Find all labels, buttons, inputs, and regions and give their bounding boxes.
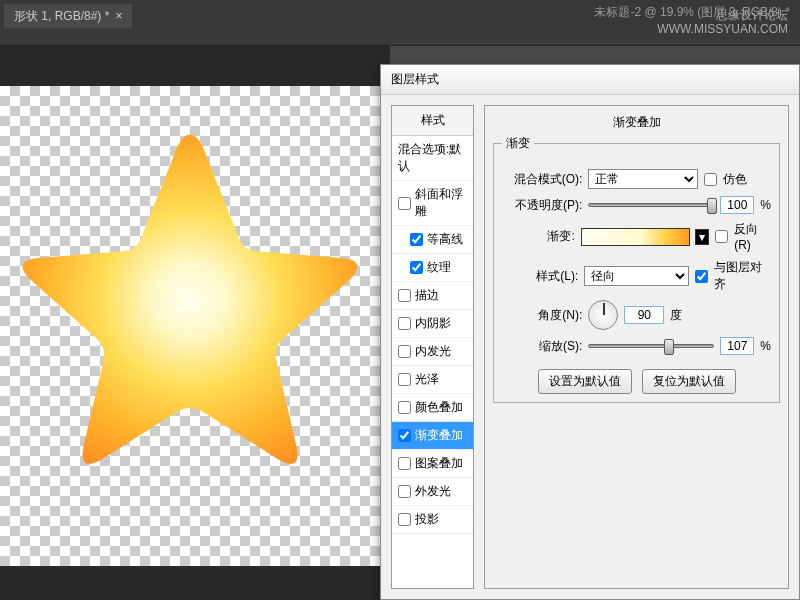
- star-shape: [0, 106, 380, 486]
- style-inner-glow[interactable]: 内发光: [392, 338, 473, 366]
- checkbox[interactable]: [398, 513, 411, 526]
- checkbox[interactable]: [398, 457, 411, 470]
- style-blend-options[interactable]: 混合选项:默认: [392, 136, 473, 181]
- blend-mode-select[interactable]: 正常: [588, 169, 698, 189]
- dialog-titlebar[interactable]: 图层样式: [381, 65, 799, 95]
- style-outer-glow[interactable]: 外发光: [392, 478, 473, 506]
- style-pattern-overlay[interactable]: 图案叠加: [392, 450, 473, 478]
- opacity-slider[interactable]: [588, 203, 714, 207]
- checkbox[interactable]: [398, 373, 411, 386]
- style-list: 样式 混合选项:默认 斜面和浮雕 等高线 纹理 描边 内阴影 内发光 光泽 颜色…: [391, 105, 474, 589]
- layer-style-dialog: 图层样式 样式 混合选项:默认 斜面和浮雕 等高线 纹理 描边 内阴影 内发光 …: [380, 64, 800, 600]
- checkbox[interactable]: [410, 233, 423, 246]
- reset-default-button[interactable]: 复位为默认值: [642, 369, 736, 394]
- reverse-label: 反向(R): [734, 221, 771, 252]
- style-stroke[interactable]: 描边: [392, 282, 473, 310]
- dither-checkbox[interactable]: [704, 173, 717, 186]
- canvas-area: [0, 46, 390, 600]
- watermark-line2: WWW.MISSYUAN.COM: [657, 22, 788, 36]
- style-satin[interactable]: 光泽: [392, 366, 473, 394]
- percent-label: %: [760, 339, 771, 353]
- reverse-checkbox[interactable]: [715, 230, 728, 243]
- gradient-fieldset: 渐变 混合模式(O): 正常 仿色 不透明度(P): % 渐变: ▾ 反向(R)…: [493, 135, 780, 403]
- set-default-button[interactable]: 设置为默认值: [538, 369, 632, 394]
- percent-label: %: [760, 198, 771, 212]
- style-gradient-overlay[interactable]: 渐变叠加: [392, 422, 473, 450]
- style-color-overlay[interactable]: 颜色叠加: [392, 394, 473, 422]
- opacity-label: 不透明度(P):: [502, 197, 582, 214]
- checkbox[interactable]: [410, 261, 423, 274]
- checkbox[interactable]: [398, 401, 411, 414]
- style-bevel[interactable]: 斜面和浮雕: [392, 181, 473, 226]
- close-icon[interactable]: ×: [115, 9, 122, 23]
- document-tab-1[interactable]: 形状 1, RGB/8#) * ×: [4, 4, 132, 28]
- checkbox[interactable]: [398, 345, 411, 358]
- checkbox[interactable]: [398, 289, 411, 302]
- watermark-line1: 思缘设计论坛: [657, 8, 788, 22]
- dialog-title: 图层样式: [391, 71, 439, 88]
- angle-dial[interactable]: [588, 300, 618, 330]
- canvas[interactable]: [0, 86, 390, 566]
- style-label: 样式(L):: [502, 268, 578, 285]
- gradient-label: 渐变:: [502, 228, 574, 245]
- settings-panel: 渐变叠加 渐变 混合模式(O): 正常 仿色 不透明度(P): % 渐变: ▾ …: [484, 105, 789, 589]
- checkbox[interactable]: [398, 485, 411, 498]
- style-texture[interactable]: 纹理: [392, 254, 473, 282]
- fieldset-legend: 渐变: [502, 135, 534, 152]
- scale-label: 缩放(S):: [502, 338, 582, 355]
- gradient-preview[interactable]: [581, 228, 690, 246]
- gradient-dropdown-icon[interactable]: ▾: [695, 229, 710, 245]
- align-checkbox[interactable]: [695, 270, 708, 283]
- scale-input[interactable]: [720, 337, 754, 355]
- blend-mode-label: 混合模式(O):: [502, 171, 582, 188]
- style-select[interactable]: 径向: [584, 266, 689, 286]
- degree-label: 度: [670, 307, 682, 324]
- dither-label: 仿色: [723, 171, 747, 188]
- style-inner-shadow[interactable]: 内阴影: [392, 310, 473, 338]
- tab-label: 形状 1, RGB/8#) *: [14, 8, 109, 25]
- checkbox[interactable]: [398, 429, 411, 442]
- align-label: 与图层对齐: [714, 259, 771, 293]
- angle-label: 角度(N):: [502, 307, 582, 324]
- angle-input[interactable]: [624, 306, 664, 324]
- scale-slider[interactable]: [588, 344, 714, 348]
- checkbox[interactable]: [398, 317, 411, 330]
- opacity-input[interactable]: [720, 196, 754, 214]
- settings-title: 渐变叠加: [493, 114, 780, 131]
- checkbox[interactable]: [398, 197, 411, 210]
- style-contour[interactable]: 等高线: [392, 226, 473, 254]
- style-drop-shadow[interactable]: 投影: [392, 506, 473, 534]
- style-list-header: 样式: [392, 106, 473, 136]
